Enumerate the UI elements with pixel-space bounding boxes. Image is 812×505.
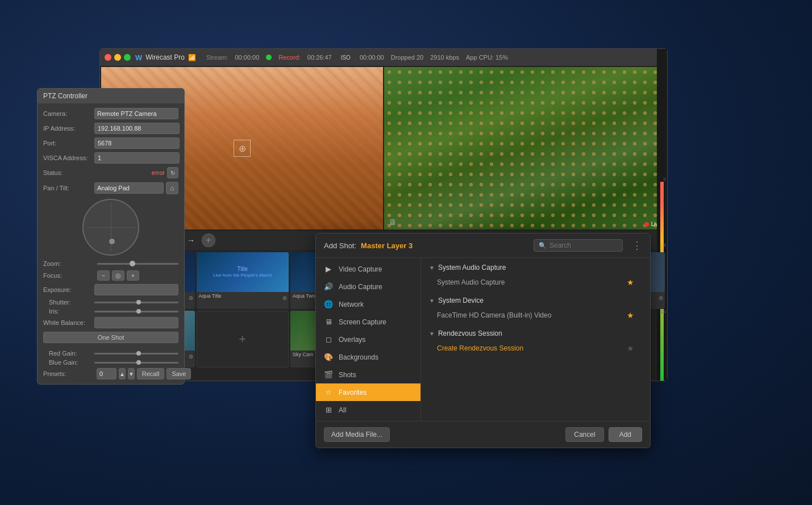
ip-label: IP Address:	[43, 125, 94, 132]
minimize-button[interactable]	[114, 54, 121, 61]
more-options-icon[interactable]: ⋮	[632, 239, 642, 252]
preset-up-button[interactable]: ▲	[119, 368, 126, 379]
source-item-system-audio-capture[interactable]: System Audio Capture ★	[429, 275, 642, 290]
iris-slider[interactable]	[94, 311, 178, 312]
recall-button[interactable]: Recall	[137, 368, 165, 379]
volume-meter: 0 -6 -10	[657, 49, 667, 381]
visca-label: VISCA Address:	[43, 155, 94, 161]
shot-add-row3[interactable]: +	[197, 311, 289, 368]
record-time: 00:26:47	[307, 54, 332, 61]
shot-aqua-gear-icon[interactable]: ⚙	[282, 295, 287, 301]
status-value: error	[152, 169, 165, 176]
app-name: Wirecast Pro	[145, 53, 185, 61]
close-button[interactable]	[105, 54, 111, 61]
source-group-rendezvous: ▼ Rendezvous Session Create Rendezvous S…	[429, 329, 642, 356]
shutter-label: Shutter:	[49, 299, 94, 306]
add-shot-footer: Add Media File... Cancel Add	[316, 421, 650, 448]
camera-select[interactable]: Remote PTZ Camera	[94, 108, 178, 119]
menu-item-favorites-label: Favorites	[339, 389, 367, 397]
menu-item-audio-capture[interactable]: 🔊 Audio Capture	[316, 278, 420, 295]
joystick[interactable]	[82, 199, 139, 256]
create-rendezvous-link[interactable]: Create Rendezvous Session	[437, 344, 523, 352]
source-item-create-rendezvous[interactable]: Create Rendezvous Session ★	[429, 341, 642, 356]
source-group-system-device-title: System Device	[438, 297, 484, 304]
cpu-usage: App CPU: 15%	[466, 54, 508, 61]
save-preset-button[interactable]: Save	[166, 368, 191, 379]
zoom-label: Zoom:	[43, 260, 94, 267]
menu-item-overlays[interactable]: ◻ Overlays	[316, 331, 420, 348]
shot-aqua-title[interactable]: Title Live from the People's March Aqua …	[197, 252, 289, 309]
zoom-slider-thumb	[130, 261, 135, 266]
source-item-facetime-camera[interactable]: FaceTime HD Camera (Built-in) Video ★	[429, 308, 642, 323]
wb-select[interactable]	[94, 317, 178, 328]
blue-gain-slider[interactable]	[94, 362, 178, 364]
source-item-system-audio-star-icon[interactable]: ★	[627, 278, 634, 287]
shot-social-gear-icon[interactable]: ⚙	[189, 295, 193, 301]
shutter-slider[interactable]	[94, 302, 178, 303]
focus-auto-button[interactable]: ◎	[112, 270, 124, 281]
source-item-facetime-star-icon[interactable]: ★	[627, 311, 634, 320]
menu-item-backgrounds[interactable]: 🎨 Backgrounds	[316, 348, 420, 366]
source-item-facetime-camera-label: FaceTime HD Camera (Built-in) Video	[437, 311, 551, 319]
exposure-select[interactable]	[94, 284, 178, 295]
preview-area: ⊕ 🖥 Live 🖥 0 -6 -10	[100, 66, 667, 231]
audio-capture-icon: 🔊	[324, 282, 333, 291]
search-icon: 🔍	[539, 242, 547, 249]
menu-item-screen-capture[interactable]: 🖥 Screen Capture	[316, 313, 420, 331]
refresh-button[interactable]: ↻	[167, 167, 178, 178]
wb-row: White Balance:	[43, 317, 178, 328]
preview-aerial-image	[384, 67, 666, 229]
presets-row: Presets: ▲ ▼ Recall Save	[43, 368, 178, 379]
focus-minus-button[interactable]: −	[97, 270, 110, 281]
search-input[interactable]	[549, 241, 618, 249]
ip-row: IP Address:	[43, 123, 178, 134]
source-group-system-audio: ▼ System Audio Capture System Audio Capt…	[429, 264, 642, 290]
shot-add-row3-icon: +	[239, 332, 246, 347]
focus-plus-button[interactable]: +	[127, 270, 139, 281]
cancel-button[interactable]: Cancel	[565, 427, 603, 442]
red-gain-slider[interactable]	[94, 353, 178, 354]
main-titlebar: W Wirecast Pro 📶 Stream: 00:00:00 Record…	[100, 49, 667, 66]
source-group-rendezvous-header[interactable]: ▼ Rendezvous Session	[429, 329, 642, 337]
iris-label: Iris:	[49, 308, 94, 315]
network-icon: 🌐	[324, 300, 333, 308]
source-item-rendezvous-star-icon[interactable]: ★	[627, 344, 634, 353]
menu-item-all[interactable]: ⊞ All	[316, 401, 420, 419]
home-button[interactable]: ⌂	[166, 182, 178, 194]
status-bar: Stream: 00:00:00 Record: 00:26:47 ISO 00…	[206, 54, 508, 61]
source-group-system-device-header[interactable]: ▼ System Device	[429, 297, 642, 304]
menu-item-network[interactable]: 🌐 Network	[316, 295, 420, 313]
add-media-file-button[interactable]: Add Media File...	[324, 427, 390, 442]
add-layer-button[interactable]: +	[202, 233, 215, 247]
maximize-button[interactable]	[124, 54, 131, 61]
preset-down-button[interactable]: ▼	[128, 368, 135, 379]
screen-capture-icon: 🖥	[324, 318, 333, 326]
window-controls	[105, 54, 131, 61]
pan-tilt-select[interactable]: Analog Pad	[94, 182, 164, 194]
add-button[interactable]: Add	[609, 427, 642, 442]
iso-time: 00:00:00	[360, 54, 384, 61]
source-item-system-audio-label: System Audio Capture	[437, 278, 505, 286]
ip-input[interactable]	[94, 123, 180, 134]
add-shot-title-text: Add Shot:	[324, 241, 356, 250]
visca-input[interactable]	[94, 152, 180, 164]
menu-item-video-capture[interactable]: ▶ Video Capture	[316, 260, 420, 278]
blue-gain-thumb	[136, 360, 141, 365]
add-shot-layer-name: Master Layer 3	[361, 241, 413, 250]
shot-camera-gear-icon[interactable]: ⚙	[659, 295, 663, 301]
preset-input[interactable]	[97, 368, 116, 379]
switcher-arrow-icon: →	[187, 236, 195, 245]
stream-indicator	[266, 55, 272, 60]
port-input[interactable]	[94, 137, 180, 149]
oneshot-button[interactable]: One Shot	[43, 332, 178, 343]
shot-skycam-gear-icon[interactable]: ⚙	[189, 354, 193, 360]
zoom-slider[interactable]	[97, 263, 178, 265]
source-group-system-audio-header[interactable]: ▼ System Audio Capture	[429, 264, 642, 272]
shot-aqua-label: Aqua Title	[197, 292, 289, 300]
exposure-label: Exposure:	[43, 286, 94, 293]
live-indicator	[644, 222, 649, 227]
search-field[interactable]: 🔍	[534, 239, 623, 252]
menu-item-shots[interactable]: 🎬 Shots	[316, 366, 420, 383]
overlays-icon: ◻	[324, 335, 333, 344]
menu-item-favorites[interactable]: ☆ Favorites	[316, 383, 420, 401]
